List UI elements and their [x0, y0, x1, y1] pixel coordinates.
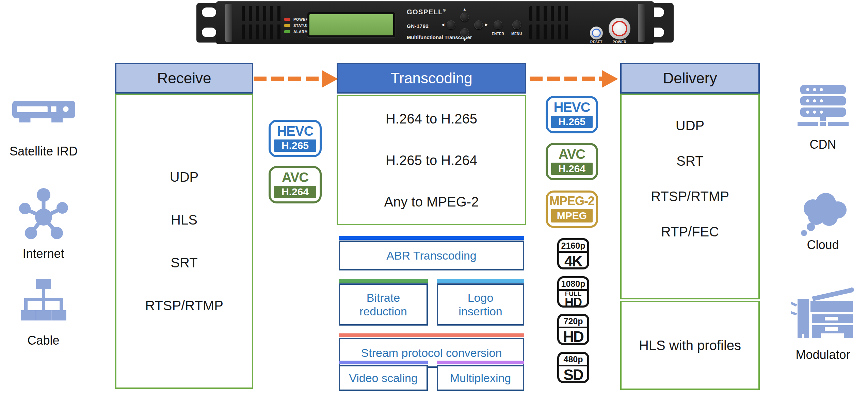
conversion-item: H.264 to H.265: [386, 111, 477, 127]
delivery-protocol: RTP/FEC: [661, 224, 719, 240]
rack-hole: [202, 7, 216, 17]
modulator-copier-icon: [791, 285, 855, 340]
logo-feature-bar: [437, 279, 524, 283]
power-button-ring: [612, 21, 627, 36]
resolution-badge-sd: 480p SD: [557, 352, 589, 383]
arrow-dashes: [254, 77, 322, 81]
receive-protocol: UDP: [170, 169, 198, 185]
reset-button-label: RESET: [586, 40, 607, 44]
codec-code: H.265: [551, 116, 593, 128]
vent-slots: [242, 6, 282, 21]
output-codec-badge-mpeg2: MPEG-2 MPEG: [546, 191, 598, 228]
rack-handle-right: [638, 4, 645, 42]
nav-down-button: [460, 28, 469, 37]
destination-cdn: CDN: [795, 85, 851, 152]
menu-button-label: MENU: [507, 32, 527, 36]
bitrate-feature-bar: [339, 279, 428, 283]
codec-name: AVC: [282, 170, 308, 184]
cloud-icon: [796, 189, 850, 236]
resolution-value: 2160p: [559, 240, 587, 253]
source-label: Satellite IRD: [10, 144, 78, 159]
feature-logo-insertion: Logo insertion: [437, 283, 524, 326]
resolution-badge-full-hd: 1080p FULL HD: [557, 276, 589, 308]
set-top-box-icon: [12, 101, 75, 123]
source-label: Internet: [22, 247, 64, 261]
network-hub-icon: [18, 188, 69, 239]
vent-slots: [529, 6, 569, 21]
codec-code: H.265: [274, 139, 316, 152]
transcoding-column-header: Transcoding: [337, 63, 526, 94]
lcd-screen: [309, 14, 393, 35]
server-stack-icon: [798, 85, 849, 127]
rack-handle-left: [225, 4, 232, 42]
output-codec-badge-hevc: HEVC H.265: [546, 96, 598, 133]
source-satellite-ird: Satellite IRD: [6, 101, 81, 159]
brand-name: GOSPELL: [407, 8, 443, 16]
destination-label: Cloud: [807, 238, 839, 252]
codec-code: H.264: [274, 186, 316, 198]
power-button: [609, 18, 630, 39]
delivery-protocols-box: UDP SRT RTSP/RTMP RTP/FEC: [620, 94, 760, 299]
power-led-icon: [284, 18, 290, 21]
nav-left-button: [447, 20, 455, 29]
conversion-item: H.265 to H.264: [386, 152, 477, 168]
arrow-head-icon: [322, 70, 338, 88]
output-codec-badge-avc: AVC H.264: [546, 143, 598, 180]
codec-code: MPEG: [551, 209, 593, 222]
receive-column-header: Receive: [115, 63, 253, 94]
resolution-value: 480p: [559, 354, 587, 366]
codec-name: MPEG-2: [549, 195, 594, 207]
power-led-label: POWER: [293, 17, 308, 21]
resolution-value: 1080p: [559, 278, 587, 291]
rack-hole: [202, 28, 216, 37]
codec-name: HEVC: [277, 124, 313, 138]
destination-label: Modulator: [795, 348, 850, 362]
video-scaling-feature-bar: [339, 361, 428, 364]
transcoding-conversions-box: H.264 to H.265 H.265 to H.264 Any to MPE…: [337, 95, 526, 225]
receive-protocols-box: UDP HLS SRT RTSP/RTMP: [115, 94, 253, 389]
resolution-label-group: FULL HD: [559, 291, 587, 308]
alarm-led-icon: [284, 30, 290, 33]
delivery-column-header: Delivery: [620, 63, 760, 94]
codec-name: HEVC: [553, 100, 590, 114]
resolution-label: HD: [565, 297, 582, 308]
destination-label: CDN: [810, 137, 836, 152]
arrow-head-icon: [602, 70, 618, 88]
codec-code: H.264: [551, 163, 593, 175]
reset-button-ring: [592, 29, 601, 37]
feature-bitrate-reduction: Bitrate reduction: [339, 283, 428, 326]
network-tree-icon: [18, 279, 69, 320]
input-codec-badge-hevc: HEVC H.265: [269, 120, 322, 157]
device-front-panel: POWER STATUS ALARM GOSPELL® GN-1792 Mult…: [216, 1, 654, 44]
delivery-protocol: UDP: [676, 117, 704, 134]
status-led-icon: [284, 24, 290, 27]
abr-feature-bar: [339, 236, 524, 240]
status-led-label: STATUS: [293, 23, 309, 28]
enter-button: [494, 20, 502, 29]
arrow-dashes: [530, 77, 602, 81]
feature-video-scaling: Video scaling: [339, 365, 428, 391]
receive-protocol: RTSP/RTMP: [145, 297, 223, 314]
receive-protocol: HLS: [171, 212, 197, 228]
enter-button-label: ENTER: [488, 32, 508, 36]
source-internet: Internet: [14, 188, 73, 261]
transcoder-device-front-panel: POWER STATUS ALARM GOSPELL® GN-1792 Mult…: [196, 1, 674, 44]
source-label: Cable: [27, 333, 59, 348]
flow-arrow-transcoding-to-delivery: [530, 70, 618, 88]
conversion-item: Any to MPEG-2: [384, 194, 479, 210]
alarm-led-row: ALARM: [284, 30, 308, 34]
stream-feature-bar: [339, 333, 524, 337]
lcd-display: [307, 12, 395, 37]
reset-button: [590, 27, 603, 39]
source-cable: Cable: [14, 279, 73, 348]
nav-right-arrow-icon: ▶: [484, 23, 489, 27]
status-led-row: STATUS: [284, 23, 309, 28]
multiplexing-feature-bar: [437, 361, 524, 364]
menu-button: [512, 20, 521, 29]
resolution-label: 4K: [559, 253, 587, 270]
resolution-badge-hd: 720p HD: [557, 314, 589, 345]
receive-protocol: SRT: [171, 254, 197, 271]
registered-mark: ®: [443, 8, 446, 12]
flow-arrow-receive-to-transcoding: [254, 70, 338, 88]
power-button-label: POWER: [609, 40, 630, 44]
